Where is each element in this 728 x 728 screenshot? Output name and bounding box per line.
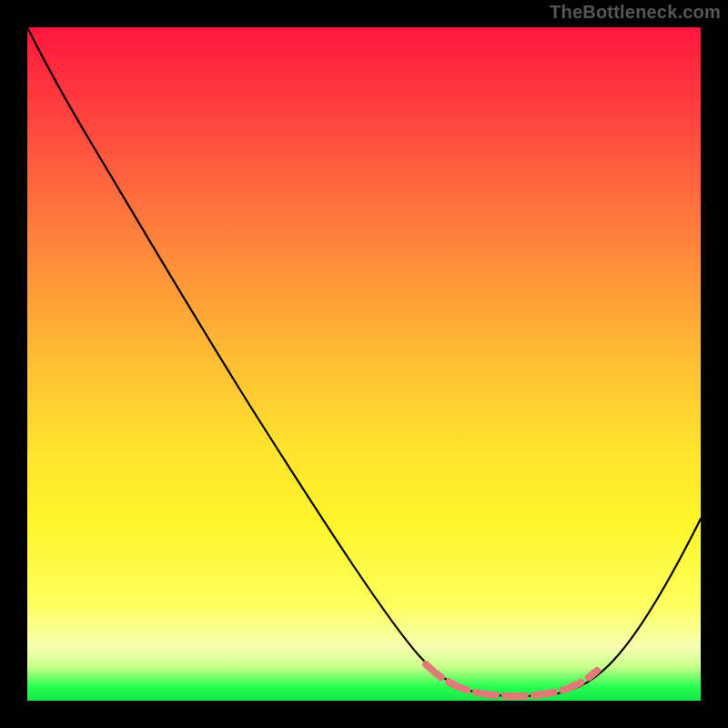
plot-area <box>27 27 701 701</box>
curve-svg <box>27 27 701 701</box>
attribution-text: TheBottleneck.com <box>550 2 721 23</box>
bottleneck-curve <box>27 27 701 696</box>
trough-highlight <box>426 664 597 696</box>
chart-canvas: TheBottleneck.com <box>0 0 728 728</box>
